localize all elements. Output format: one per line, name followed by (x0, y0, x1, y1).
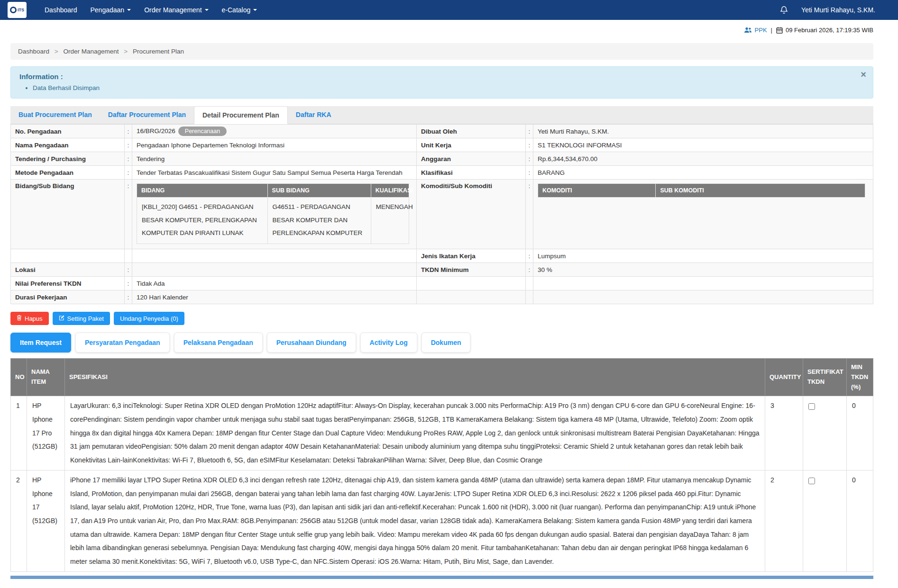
column-header: KUALIFIKASI (371, 184, 409, 198)
table-row: Nilai Preferensi TKDN : Tidak Ada (11, 277, 873, 290)
field-value: Yeti Murti Rahayu, S.KM. (533, 125, 873, 138)
item-sertifikat-cell (803, 396, 847, 470)
column-header-spesifikasi: SPESIFIKASI (65, 359, 765, 396)
bell-icon[interactable] (780, 6, 788, 15)
column-header-no: NO (11, 359, 27, 396)
tab-daftar-rka[interactable]: Daftar RKA (288, 106, 339, 124)
field-label: Komoditi/Sub Komoditi (417, 180, 526, 249)
column-header-nama-item: NAMA ITEM (27, 359, 65, 396)
column-header-min-tkdn: MIN TKDN (%) (847, 359, 873, 396)
sertifikat-tkdn-checkbox[interactable] (808, 403, 815, 410)
field-label: Bidang/Sub Bidang (11, 180, 125, 249)
field-value: BARANG (533, 166, 873, 180)
table-row: Tendering / Purchasing : Tendering Angga… (11, 152, 873, 166)
top-navbar: ITS Dashboard Pengadaan Order Management… (0, 0, 898, 20)
tab-activity-log[interactable]: Activity Log (360, 333, 417, 353)
field-label: Durasi Pekerjaan (11, 290, 125, 304)
item-spesifikasi: LayarUkuran: 6,3 inciTeknologi: Super Re… (65, 396, 765, 470)
setting-paket-button[interactable]: Setting Paket (53, 312, 110, 325)
info-alert: Information : Data Berhasil Disimpan × (10, 66, 873, 99)
field-value: Pengadaan Iphone Departemen Teknologi In… (132, 138, 417, 152)
sertifikat-tkdn-checkbox[interactable] (808, 478, 815, 484)
nav-item-ecatalog[interactable]: e-Catalog (215, 0, 264, 20)
procurement-detail-table: No. Pengadaan : 16/BRG/2026Perencanaan D… (10, 124, 873, 304)
user-menu[interactable]: Yeti Murti Rahayu, S.KM. (801, 6, 875, 14)
field-value: Rp.6,344,534,670.00 (533, 152, 873, 166)
field-value: Tendering (132, 152, 417, 166)
tab-perusahaan-diundang[interactable]: Perusahaan Diundang (267, 333, 356, 353)
tab-detail-procurement-plan[interactable]: Detail Procurement Plan (194, 106, 288, 124)
item-min-tkdn: 0 (847, 470, 873, 571)
calendar-icon (776, 27, 783, 34)
field-label: Klasifikasi (417, 166, 526, 180)
field-label: Dibuat Oleh (417, 125, 526, 138)
action-buttons: Hapus Setting Paket Undang Penyedia (0) (10, 312, 873, 325)
hapus-button[interactable]: Hapus (10, 312, 49, 325)
item-quantity: 3 (765, 396, 803, 470)
session-meta-bar: PPK | 09 Februari 2026, 17:19:35 WIB (0, 20, 898, 36)
panel-bottom-edge (10, 576, 873, 579)
datetime-text: 09 Februari 2026, 17:19:35 WIB (786, 27, 873, 34)
table-row: Lokasi : TKDN Minimum : 30 % (11, 263, 873, 277)
field-label: Lokasi (11, 263, 125, 277)
item-request-table: NO NAMA ITEM SPESIFIKASI QUANTITY SERTIF… (10, 358, 873, 572)
caret-down-icon (253, 9, 257, 11)
field-label: Nilai Preferensi TKDN (11, 277, 125, 290)
nav-item-pengadaan[interactable]: Pengadaan (84, 0, 138, 20)
main-tabs: Buat Procurement Plan Daftar Procurement… (10, 106, 873, 124)
field-label: Jenis Ikatan Kerja (417, 249, 526, 263)
table-row: 1 HP Iphone 17 Pro (512GB) LayarUkuran: … (11, 396, 873, 470)
tab-item-request[interactable]: Item Request (10, 333, 71, 353)
column-header: SUB KOMODITI (656, 184, 865, 198)
tab-persyaratan-pengadaan[interactable]: Persyaratan Pengadaan (75, 333, 170, 353)
undang-penyedia-button[interactable]: Undang Penyedia (0) (114, 312, 184, 325)
tab-dokumen[interactable]: Dokumen (422, 333, 471, 353)
meta-separator: | (770, 27, 773, 34)
item-quantity: 2 (765, 470, 803, 571)
field-value: S1 TEKNOLOGI INFORMASI (533, 138, 873, 152)
table-row: Metode Pengadaan : Tender Terbatas Pasca… (11, 166, 873, 180)
field-label: No. Pengadaan (11, 125, 125, 138)
column-header-sertifikat-tkdn: SERTIFIKAT TKDN (803, 359, 847, 396)
field-label: Anggaran (417, 152, 526, 166)
column-header: SUB BIDANG (267, 184, 371, 198)
table-row: Jenis Ikatan Kerja : Lumpsum (11, 249, 873, 263)
nav-item-dashboard[interactable]: Dashboard (38, 0, 84, 20)
field-label: Metode Pengadaan (11, 166, 125, 180)
table-row: [KBLI_2020] G4651 - PERDAGANGAN BESAR KO… (137, 198, 409, 244)
field-value: Lumpsum (533, 249, 873, 263)
table-row: 2 HP Iphone 17 (512GB) iPhone 17 memilik… (11, 470, 873, 571)
caret-down-icon (127, 9, 131, 11)
tab-daftar-procurement-plan[interactable]: Daftar Procurement Plan (100, 106, 194, 124)
field-label: Unit Kerja (417, 138, 526, 152)
tab-buat-procurement-plan[interactable]: Buat Procurement Plan (10, 106, 100, 124)
users-icon (744, 27, 752, 33)
nav-item-order-management[interactable]: Order Management (137, 0, 215, 20)
breadcrumb-order-management[interactable]: Order Management (63, 48, 119, 55)
field-value: 30 % (533, 263, 873, 277)
field-value: 120 Hari Kalender (132, 290, 417, 304)
its-logo-text: ITS (18, 8, 24, 12)
item-min-tkdn: 0 (847, 396, 873, 470)
status-badge: Perencanaan (178, 127, 227, 136)
close-icon[interactable]: × (861, 70, 866, 79)
breadcrumb-dashboard[interactable]: Dashboard (18, 48, 49, 55)
alert-title: Information : (19, 72, 854, 81)
field-label: Nama Pengadaan (11, 138, 125, 152)
item-no: 2 (11, 470, 27, 571)
field-value: BIDANG SUB BIDANG KUALIFIKASI [KBLI_2020… (132, 180, 417, 249)
its-logo-ring-icon (10, 7, 17, 13)
field-value: 16/BRG/2026Perencanaan (132, 125, 417, 138)
alert-message: Data Berhasil Disimpan (33, 84, 854, 91)
caret-down-icon (205, 9, 209, 11)
bidang-table: BIDANG SUB BIDANG KUALIFIKASI [KBLI_2020… (137, 183, 409, 244)
table-row: Nama Pengadaan : Pengadaan Iphone Depart… (11, 138, 873, 152)
tab-pelaksana-pengadaan[interactable]: Pelaksana Pengadaan (174, 333, 263, 353)
table-row: Durasi Pekerjaan : 120 Hari Kalender (11, 290, 873, 304)
breadcrumb-separator: > (51, 48, 62, 55)
field-value: KOMODITI SUB KOMODITI (533, 180, 873, 249)
table-row: No. Pengadaan : 16/BRG/2026Perencanaan D… (11, 125, 873, 138)
section-tabs: Item Request Persyaratan Pengadaan Pelak… (10, 333, 873, 353)
field-label: TKDN Minimum (417, 263, 526, 277)
its-logo[interactable]: ITS (8, 2, 27, 18)
